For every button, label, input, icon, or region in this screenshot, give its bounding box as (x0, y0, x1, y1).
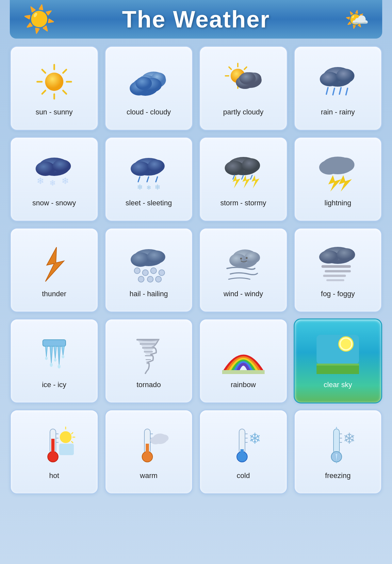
card-wind-windy: wind - windy (199, 228, 288, 313)
svg-rect-84 (326, 279, 344, 281)
card-freezing: ❄ freezing (294, 409, 383, 494)
svg-point-49 (225, 161, 244, 175)
svg-point-40 (131, 162, 150, 176)
svg-rect-82 (325, 270, 351, 272)
card-hail-hailing: hail - hailing (105, 228, 193, 313)
card-hot: hot (10, 409, 99, 494)
svg-marker-61 (339, 175, 352, 192)
warm-label: warm (140, 471, 157, 481)
svg-line-42 (138, 177, 140, 182)
fog-foggy-icon (317, 242, 359, 285)
wind-windy-label: wind - windy (223, 289, 263, 299)
warm-icon (127, 424, 170, 467)
svg-text:❄: ❄ (146, 184, 151, 191)
card-snow-snowy: ❄ ❄ ❄ snow - snowy (10, 137, 99, 222)
svg-line-117 (72, 441, 73, 443)
svg-marker-62 (45, 247, 64, 282)
fog-foggy-label: fog - foggy (321, 289, 355, 299)
svg-rect-121 (146, 444, 149, 457)
svg-point-74 (229, 254, 246, 267)
sun-sunny-icon (33, 60, 75, 103)
rain-rainy-icon (317, 60, 359, 103)
svg-point-25 (239, 72, 256, 85)
card-clear-sky: clear sky (294, 318, 383, 403)
svg-line-19 (244, 67, 247, 69)
svg-point-34 (36, 162, 55, 176)
svg-line-31 (339, 88, 341, 94)
svg-line-5 (63, 91, 66, 94)
header-sun-icon: ☀️ (23, 4, 56, 35)
header-cloud-icon: 🌤️ (345, 8, 369, 31)
clear-sky-icon (317, 333, 359, 376)
svg-point-104 (341, 339, 351, 349)
page-title: The Weather (122, 6, 270, 33)
svg-line-30 (333, 88, 335, 95)
svg-point-28 (336, 69, 354, 83)
svg-point-127 (159, 435, 169, 442)
tornado-icon (127, 333, 170, 376)
hail-hailing-label: hail - hailing (130, 289, 168, 299)
svg-point-65 (147, 250, 165, 264)
svg-marker-52 (242, 175, 250, 188)
svg-text:❄: ❄ (36, 176, 44, 186)
svg-line-44 (156, 177, 157, 182)
partly-cloudy-icon (222, 60, 265, 103)
svg-text:❄: ❄ (248, 430, 261, 447)
svg-rect-135 (334, 429, 339, 453)
card-ice-icy: ice - icy (10, 318, 99, 403)
cold-label: cold (237, 471, 250, 481)
svg-point-126 (150, 436, 161, 444)
svg-point-69 (159, 270, 165, 276)
ice-icy-icon (33, 333, 75, 376)
thunder-label: thunder (42, 289, 66, 299)
svg-marker-53 (252, 175, 259, 188)
svg-rect-85 (43, 340, 66, 346)
lightning-label: lightning (324, 198, 351, 208)
svg-point-59 (336, 158, 354, 172)
svg-line-55 (242, 175, 243, 179)
tornado-label: tornado (137, 380, 161, 390)
svg-point-94 (57, 365, 60, 368)
svg-point-15 (136, 77, 152, 90)
ice-icy-label: ice - icy (42, 380, 66, 390)
svg-line-43 (147, 177, 149, 182)
svg-point-71 (147, 276, 153, 282)
hot-label: hot (49, 471, 59, 481)
svg-rect-106 (317, 366, 359, 374)
svg-line-6 (63, 70, 66, 73)
page-header: ☀️ The Weather 🌤️ (10, 0, 382, 39)
svg-point-113 (60, 431, 72, 443)
svg-point-35 (53, 160, 71, 173)
svg-point-76 (240, 258, 242, 260)
storm-stormy-label: storm - stormy (220, 198, 266, 208)
snow-snowy-label: snow - snowy (32, 198, 76, 208)
svg-point-8 (45, 73, 63, 91)
card-lightning: lightning (294, 137, 383, 222)
svg-line-18 (229, 67, 231, 69)
sun-sunny-label: sun - sunny (36, 108, 73, 117)
svg-point-67 (142, 270, 148, 276)
svg-point-50 (242, 158, 260, 173)
svg-point-93 (54, 358, 57, 362)
svg-line-32 (346, 88, 348, 95)
svg-point-58 (319, 160, 339, 175)
svg-rect-81 (321, 265, 351, 268)
card-sleet-sleeting: ❄ ❄ ❄ sleet - sleeting (105, 137, 193, 222)
snow-snowy-icon: ❄ ❄ ❄ (33, 151, 75, 194)
svg-point-79 (319, 250, 339, 264)
svg-rect-101 (222, 370, 265, 374)
card-cloud-cloudy: cloud - cloudy (105, 46, 193, 131)
svg-point-91 (45, 357, 48, 360)
svg-point-92 (50, 363, 53, 367)
card-tornado: tornado (105, 318, 193, 403)
svg-point-77 (246, 257, 248, 259)
card-thunder: thunder (10, 228, 99, 313)
card-rain-rainy: rain - rainy (294, 46, 383, 131)
svg-text:❄: ❄ (137, 183, 143, 191)
card-fog-foggy: fog - foggy (294, 228, 383, 313)
svg-rect-83 (323, 275, 346, 277)
svg-point-70 (138, 276, 144, 282)
thunder-icon (33, 242, 75, 285)
sleet-sleeting-icon: ❄ ❄ ❄ (127, 151, 170, 194)
card-storm-stormy: storm - stormy (199, 137, 288, 222)
